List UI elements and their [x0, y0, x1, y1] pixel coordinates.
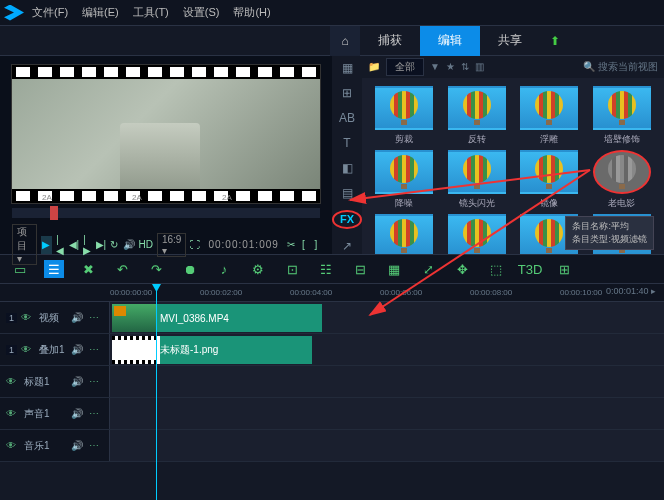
menu-tools[interactable]: 工具(T): [133, 5, 169, 20]
image-clip[interactable]: 未标题-1.png: [112, 336, 312, 364]
playhead[interactable]: [156, 284, 157, 500]
fx-label: 浮雕: [540, 133, 558, 146]
frame-num: 2A: [132, 193, 142, 202]
track-content[interactable]: [110, 430, 664, 461]
fx-item-8[interactable]: [370, 214, 439, 254]
timecode-display[interactable]: 00:00:01:009: [204, 239, 282, 250]
track-row: 👁声音1🔊⋯: [0, 398, 664, 430]
timeline: 0:00:01:40 ▸ 00:00:00:0000:00:02:0000:00…: [0, 284, 664, 500]
tool-motion-icon[interactable]: ⬚: [486, 260, 506, 278]
track-content[interactable]: 未标题-1.png: [110, 334, 664, 365]
fx-item-3[interactable]: 墙壁修饰: [588, 86, 657, 146]
tool-3d-text-icon[interactable]: T3D: [520, 260, 540, 278]
workspace-tabs: ⌂ 捕获 编辑 共享 ⬆: [0, 26, 664, 56]
ruler-tick: 00:00:10:00: [560, 288, 602, 297]
timeline-ruler[interactable]: 0:00:01:40 ▸ 00:00:00:0000:00:02:0000:00…: [0, 284, 664, 302]
fx-item-0[interactable]: 剪裁: [370, 86, 439, 146]
fx-item-5[interactable]: 镜头闪光: [443, 150, 512, 210]
fx-label: 老电影: [608, 197, 635, 210]
library-tab-graphics[interactable]: ◧: [334, 160, 360, 177]
track-header[interactable]: 👁标题1🔊⋯: [0, 366, 110, 397]
fx-label: 镜头闪光: [459, 197, 495, 210]
ruler-tick: 00:00:08:00: [470, 288, 512, 297]
fx-tooltip: 条目名称:平均 条目类型:视频滤镜: [565, 216, 654, 250]
library-search[interactable]: 🔍 搜索当前视图: [583, 60, 658, 74]
library-tab-fx[interactable]: FX: [332, 210, 362, 229]
tab-edit[interactable]: 编辑: [420, 26, 480, 56]
library-panel: ▦ ⊞ AB T ◧ ▤ FX ↗ 📁 全部 ▼ ★ ⇅ ▥ 🔍 搜索当前视图 …: [332, 56, 664, 254]
fx-item-6[interactable]: 镜像: [515, 150, 584, 210]
menu-settings[interactable]: 设置(S): [183, 5, 220, 20]
tool-track-icon[interactable]: ⊟: [350, 260, 370, 278]
tool-pan-icon[interactable]: ✥: [452, 260, 472, 278]
library-sort-icon[interactable]: ⇅: [461, 61, 469, 72]
ruler-tick: 00:00:00:00: [110, 288, 152, 297]
fx-label: 剪裁: [395, 133, 413, 146]
track-row: 1👁视频🔊⋯MVI_0386.MP4: [0, 302, 664, 334]
hd-button[interactable]: HD: [139, 238, 153, 252]
tool-resize-icon[interactable]: ⤢: [418, 260, 438, 278]
fx-label: 镜像: [540, 197, 558, 210]
library-tab-media[interactable]: ▦: [334, 60, 360, 77]
track-header[interactable]: 1👁视频🔊⋯: [0, 302, 110, 333]
fullscreen-button[interactable]: ⛶: [190, 238, 200, 252]
library-category-select[interactable]: 全部: [386, 58, 424, 76]
ruler-tick: 00:00:04:00: [290, 288, 332, 297]
preview-monitor[interactable]: 2A 2A 2A: [11, 64, 321, 204]
loop-button[interactable]: ↻: [110, 238, 118, 252]
tab-upload[interactable]: ⬆: [540, 26, 570, 56]
library-view-icon[interactable]: ▥: [475, 61, 484, 72]
fx-item-1[interactable]: 反转: [443, 86, 512, 146]
fx-label: 降噪: [395, 197, 413, 210]
goto-end-button[interactable]: ▶|: [96, 238, 107, 252]
video-clip[interactable]: MVI_0386.MP4: [112, 304, 322, 332]
fx-item-9[interactable]: [443, 214, 512, 254]
ruler-tick: 00:00:02:00: [200, 288, 242, 297]
track-content[interactable]: MVI_0386.MP4: [110, 302, 664, 333]
fx-item-2[interactable]: 浮雕: [515, 86, 584, 146]
tab-home[interactable]: ⌂: [330, 26, 360, 56]
tab-capture[interactable]: 捕获: [360, 26, 420, 56]
tool-multi-icon[interactable]: ▦: [384, 260, 404, 278]
mark-in-button[interactable]: [: [299, 238, 307, 252]
play-button[interactable]: ▶: [41, 236, 53, 254]
preview-scrubber[interactable]: [12, 208, 320, 218]
library-tab-title[interactable]: T: [334, 135, 360, 152]
menu-edit[interactable]: 编辑(E): [82, 5, 119, 20]
library-fav-icon[interactable]: ★: [446, 61, 455, 72]
track-header[interactable]: 👁音乐1🔊⋯: [0, 430, 110, 461]
volume-button[interactable]: 🔊: [123, 238, 135, 252]
next-frame-button[interactable]: |▶: [83, 238, 91, 252]
split-button[interactable]: ✂: [287, 238, 295, 252]
ruler-tick: 00:00:06:00: [380, 288, 422, 297]
fx-label: 墙壁修饰: [604, 133, 640, 146]
app-logo: [4, 5, 24, 21]
mode-select[interactable]: 项目 ▾: [12, 224, 37, 265]
library-tab-paths[interactable]: ↗: [334, 237, 360, 254]
track-row: 1👁叠加1🔊⋯未标题-1.png: [0, 334, 664, 366]
library-tab-transitions[interactable]: AB: [334, 110, 360, 127]
track-row: 👁标题1🔊⋯: [0, 366, 664, 398]
library-folder-icon[interactable]: 📁: [368, 61, 380, 72]
track-content[interactable]: [110, 366, 664, 397]
menu-help[interactable]: 帮助(H): [233, 5, 270, 20]
track-header[interactable]: 1👁叠加1🔊⋯: [0, 334, 110, 365]
aspect-select[interactable]: 16:9 ▾: [157, 233, 186, 257]
fx-label: 反转: [468, 133, 486, 146]
preview-panel: 2A 2A 2A 项目 ▾ ▶ |◀ ◀| |▶ ▶| ↻ 🔊 HD 16:9 …: [0, 56, 332, 254]
library-tab-templates[interactable]: ⊞: [334, 85, 360, 102]
track-row: 👁音乐1🔊⋯: [0, 430, 664, 462]
track-header[interactable]: 👁声音1🔊⋯: [0, 398, 110, 429]
frame-num: 2A: [42, 193, 52, 202]
fx-item-4[interactable]: 降噪: [370, 150, 439, 210]
prev-frame-button[interactable]: ◀|: [69, 238, 80, 252]
fx-item-7[interactable]: 老电影: [588, 150, 657, 210]
track-content[interactable]: [110, 398, 664, 429]
tool-split-icon[interactable]: ⊞: [554, 260, 574, 278]
goto-start-button[interactable]: |◀: [56, 238, 64, 252]
tab-share[interactable]: 共享: [480, 26, 540, 56]
frame-num: 2A: [222, 193, 232, 202]
library-tab-filters[interactable]: ▤: [334, 185, 360, 202]
menu-file[interactable]: 文件(F): [32, 5, 68, 20]
mark-out-button[interactable]: ]: [312, 238, 320, 252]
